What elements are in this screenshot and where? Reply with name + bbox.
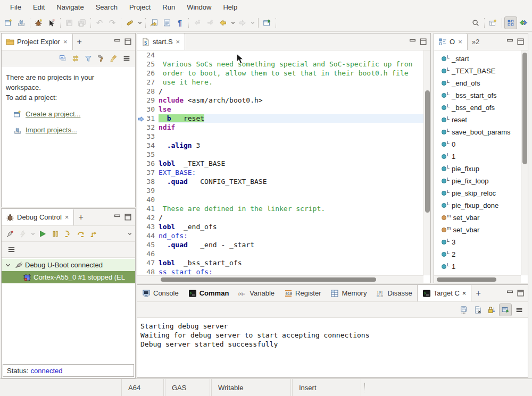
outline-item-save-boot-params[interactable]: Lsave_boot_params — [434, 126, 521, 138]
scroll-lock-button[interactable] — [485, 304, 498, 316]
chevron-down-button[interactable] — [136, 16, 143, 29]
outline-item-reset[interactable]: Lreset — [434, 114, 521, 126]
tab-memory[interactable]: Memory — [326, 285, 371, 301]
console-view-button[interactable] — [161, 16, 173, 29]
outline-item-1[interactable]: L1 — [434, 150, 521, 163]
code-line-46[interactable] — [159, 249, 423, 258]
tab-target-c[interactable]: Target C× — [417, 285, 472, 301]
menu-run[interactable]: Run — [156, 2, 181, 13]
clear-console-button[interactable] — [471, 304, 484, 316]
tab-console[interactable]: Console — [137, 285, 184, 301]
code-line-36[interactable]: lobl _TEXT_BASE — [159, 159, 423, 168]
save-console-button[interactable] — [458, 304, 470, 316]
tab-register[interactable]: 010Register — [279, 285, 326, 301]
outline-item-start[interactable]: L_start — [434, 53, 521, 65]
maximize-button[interactable] — [122, 211, 133, 224]
code-line-39[interactable] — [159, 186, 423, 195]
code-line-40[interactable] — [159, 195, 423, 204]
status-value[interactable]: connected — [30, 367, 62, 375]
code-line-28[interactable]: / — [159, 87, 423, 96]
minimize-button[interactable] — [504, 287, 515, 300]
chevron-down-button[interactable] — [249, 16, 256, 29]
minimize-button[interactable] — [504, 36, 515, 48]
code-line-38[interactable]: .quad CONFIG_TEXT_BASE — [159, 177, 423, 186]
new-view-button[interactable]: + — [471, 285, 485, 301]
outline-item-2[interactable]: L2 — [434, 248, 521, 260]
outline-item-1[interactable]: L1 — [434, 260, 521, 273]
statusbar-grip[interactable] — [364, 383, 369, 392]
view-stack-overflow[interactable]: »2 — [468, 33, 484, 50]
code-line-42[interactable]: / — [159, 213, 423, 222]
code-line-32[interactable]: ndif — [159, 123, 423, 132]
maximize-button[interactable] — [122, 36, 133, 48]
step-return-button[interactable] — [87, 228, 100, 240]
code-line-44[interactable]: nd_ofs: — [159, 231, 423, 240]
create-a-project-link[interactable]: Create a project... — [26, 109, 80, 120]
outline-item-text-base[interactable]: L_TEXT_BASE — [434, 65, 521, 77]
disconnect-button[interactable] — [4, 228, 16, 240]
code-line-41[interactable]: These are defined in the linker script. — [159, 204, 423, 213]
chevron-down-button[interactable] — [126, 228, 133, 240]
attach-button[interactable] — [45, 16, 58, 29]
new-view-button[interactable]: + — [73, 33, 86, 50]
launch-button[interactable] — [123, 16, 136, 29]
code-line-26[interactable]: order to boot, allow them to set that in… — [159, 69, 423, 78]
view-menu-button[interactable] — [5, 243, 18, 256]
collapse-all-button[interactable] — [56, 52, 69, 65]
outline-item-end-ofs[interactable]: L_end_ofs — [434, 77, 521, 89]
editor-horizontal-scrollbar[interactable] — [137, 275, 423, 283]
link-editor-button[interactable] — [69, 52, 82, 65]
outline-item-0[interactable]: L0 — [434, 138, 521, 150]
filter-button[interactable] — [82, 52, 95, 65]
tab-outline[interactable]: O × — [434, 33, 468, 50]
menu-search[interactable]: Search — [90, 2, 123, 13]
outline-item-pie-fixup-done[interactable]: Lpie_fixup_done — [434, 199, 521, 212]
tab-comman[interactable]: Comman — [184, 285, 234, 301]
outline-item-set-vbar[interactable]: mset_vbar — [434, 212, 521, 224]
broom-button[interactable] — [107, 52, 120, 65]
outline-vertical-scrollbar[interactable] — [521, 50, 528, 275]
search-button[interactable] — [469, 16, 482, 29]
code-line-25[interactable]: Various SoCs need something special and … — [159, 60, 423, 69]
outline-item-3[interactable]: L3 — [434, 236, 521, 248]
debug-perspective-button[interactable] — [504, 16, 517, 29]
import-button[interactable] — [15, 16, 28, 29]
console-output[interactable]: Starting debug server Waiting for debug … — [137, 318, 528, 352]
step-over-button[interactable] — [74, 228, 87, 240]
view-menu-button[interactable] — [513, 304, 526, 316]
tab-debug-control[interactable]: Debug Control × — [2, 209, 74, 225]
menu-project[interactable]: Project — [123, 2, 156, 13]
close-icon[interactable]: × — [462, 289, 467, 297]
maximize-button[interactable] — [515, 36, 526, 48]
outline-item-bss-end-ofs[interactable]: L_bss_end_ofs — [434, 102, 521, 114]
chevron-down-button[interactable] — [29, 228, 36, 240]
tab-variable[interactable]: (x)=Variable — [234, 285, 279, 301]
maximize-button[interactable] — [418, 36, 428, 48]
code-line-47[interactable]: lobl _bss_start_ofs — [159, 258, 423, 267]
code-line-37[interactable]: EXT_BASE: — [159, 168, 423, 177]
save-button[interactable] — [63, 16, 76, 29]
debug-tree-thread[interactable]: Cortex-A55_0 #1 stopped (EL — [2, 271, 135, 283]
pin-editor-button[interactable] — [261, 16, 273, 29]
resume-button[interactable] — [36, 228, 49, 240]
menu-help[interactable]: Help — [217, 2, 243, 13]
close-icon[interactable]: × — [458, 38, 463, 46]
menu-navigate[interactable]: Navigate — [51, 2, 89, 13]
code-line-31[interactable]: b reset — [159, 114, 423, 123]
forward-button[interactable] — [236, 16, 249, 29]
code-line-48[interactable]: ss_start_ofs: — [159, 267, 423, 275]
hammer-button[interactable] — [95, 52, 107, 65]
view-menu-button[interactable] — [120, 52, 133, 65]
save-all-button[interactable] — [76, 16, 88, 29]
code-line-27[interactable]: use it here. — [159, 78, 423, 87]
minimize-button[interactable] — [112, 211, 122, 224]
redo-button[interactable]: ↷ — [106, 16, 119, 29]
close-icon[interactable]: × — [64, 213, 70, 221]
code-line-34[interactable]: .align 3 — [159, 141, 423, 150]
new-view-button[interactable]: + — [74, 209, 87, 225]
minimize-button[interactable] — [112, 36, 122, 48]
code-line-35[interactable] — [159, 150, 423, 159]
code-line-33[interactable] — [159, 132, 423, 141]
restore-console-button[interactable] — [148, 16, 161, 29]
editor-vertical-scrollbar[interactable] — [423, 50, 430, 275]
